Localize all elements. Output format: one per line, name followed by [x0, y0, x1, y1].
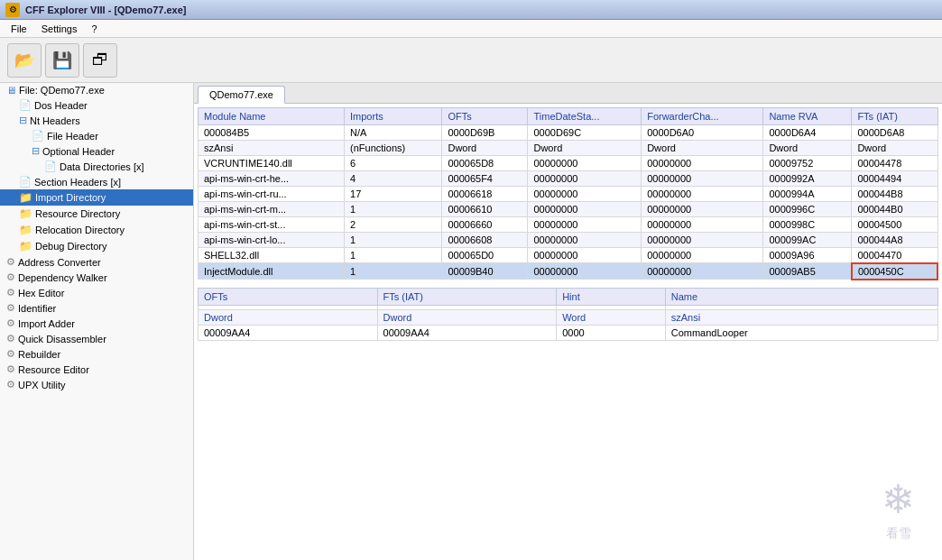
table-row[interactable]: InjectModule.dll100009B40000000000000000… — [199, 263, 938, 280]
sidebar-item-resource-editor[interactable]: ⚙Resource Editor — [0, 362, 193, 377]
sidebar-item-dos-header[interactable]: 📄Dos Header — [0, 97, 193, 113]
table-cell: Dword — [528, 140, 642, 155]
upper-col-imports: Imports — [345, 107, 442, 124]
table-row[interactable]: api-ms-win-crt-m...100006610000000000000… — [199, 201, 938, 216]
table-cell: N/A — [345, 124, 442, 140]
upper-col-module-name: Module Name — [199, 107, 345, 124]
upper-table-header-row: Module NameImportsOFTsTimeDateSta...Forw… — [199, 107, 938, 124]
folder-icon: 📁 — [19, 207, 32, 220]
table-cell: api-ms-win-crt-m... — [199, 201, 345, 216]
table-cell: SHELL32.dll — [199, 247, 345, 263]
sidebar-item-data-directories--x-[interactable]: 📄Data Directories [x] — [0, 159, 193, 174]
folder-icon: 📁 — [19, 191, 32, 204]
menu-item-?[interactable]: ? — [84, 22, 104, 36]
sidebar-item-identifier[interactable]: ⚙Identifier — [0, 300, 193, 316]
toolbar: 📂💾🗗 — [0, 38, 942, 83]
sidebar-item-label: Rebuilder — [18, 349, 60, 360]
table-cell: 000084B5 — [199, 124, 345, 140]
table-cell: 1 — [345, 247, 442, 263]
table-cell: CommandLooper — [665, 325, 937, 340]
sidebar-item-resource-directory[interactable]: 📁Resource Directory — [0, 206, 193, 222]
upper-table-header: Module NameImportsOFTsTimeDateSta...Forw… — [199, 107, 938, 124]
tables-wrapper: Module NameImportsOFTsTimeDateSta...Forw… — [194, 104, 942, 560]
sidebar-item-import-adder[interactable]: ⚙Import Adder — [0, 316, 193, 331]
sidebar-item-address-converter[interactable]: ⚙Address Converter — [0, 254, 193, 270]
window-button[interactable]: 🗗 — [83, 43, 117, 78]
sidebar-item-quick-disassembler[interactable]: ⚙Quick Disassembler — [0, 331, 193, 346]
table-cell: 2 — [345, 216, 442, 232]
tab-qDemo[interactable]: QDemo77.exe — [198, 86, 285, 104]
table-row[interactable]: api-ms-win-crt-lo...10000660800000000000… — [199, 232, 938, 247]
table-cell: Dword — [763, 140, 852, 155]
menu-item-file[interactable]: File — [4, 22, 34, 36]
title-bar-text: CFF Explorer VIII - [QDemo77.exe] — [25, 5, 187, 15]
sidebar-item-relocation-directory[interactable]: 📁Relocation Directory — [0, 222, 193, 238]
sidebar-item-nt-headers[interactable]: ⊟Nt Headers — [0, 113, 193, 128]
upper-col-name-rva: Name RVA — [763, 107, 852, 124]
sidebar-item-hex-editor[interactable]: ⚙Hex Editor — [0, 285, 193, 300]
upper-col-ofts: OFTs — [442, 107, 528, 124]
table-cell: 0000996C — [763, 201, 852, 216]
table-cell: Dword — [642, 140, 763, 155]
table-cell: api-ms-win-crt-st... — [199, 216, 345, 232]
table-cell: 00009AB5 — [763, 263, 852, 280]
sidebar-item-import-directory[interactable]: 📁Import Directory — [0, 189, 193, 206]
table-cell: 000044A8 — [852, 232, 937, 247]
table-cell: 00000000 — [528, 232, 642, 247]
upper-table-body: 000084B5N/A0000D69B0000D69C0000D6A00000D… — [199, 124, 938, 280]
table-row[interactable]: szAnsi(nFunctions)DwordDwordDwordDwordDw… — [199, 140, 938, 155]
tab-bar: QDemo77.exe — [194, 83, 942, 104]
gear-icon: ⚙ — [6, 363, 15, 375]
table-cell: 0000 — [557, 325, 666, 340]
table-cell: 00000000 — [642, 201, 763, 216]
sidebar-item-file--qdemo77-exe[interactable]: 🖥File: QDemo77.exe — [0, 83, 193, 97]
table-cell: api-ms-win-crt-lo... — [199, 232, 345, 247]
table-cell: 00000000 — [642, 155, 763, 170]
sidebar-item-file-header[interactable]: 📄File Header — [0, 128, 193, 143]
table-row[interactable]: 000084B5N/A0000D69B0000D69C0000D6A00000D… — [199, 124, 938, 140]
upper-col-timedatesta---: TimeDateSta... — [528, 107, 642, 124]
sidebar-item-upx-utility[interactable]: ⚙UPX Utility — [0, 377, 193, 392]
table-cell: 00000000 — [642, 263, 763, 280]
table-cell: 00006610 — [442, 201, 528, 216]
table-cell: 000065D8 — [442, 155, 528, 170]
table-cell: 000044B0 — [852, 201, 937, 216]
lower-table-header: OFTsFTs (IAT)HintName — [199, 288, 938, 305]
menu-item-settings[interactable]: Settings — [34, 22, 85, 36]
upper-table-container: Module NameImportsOFTsTimeDateSta...Forw… — [198, 107, 938, 280]
table-cell: 00004494 — [852, 170, 937, 186]
table-cell: 1 — [345, 232, 442, 247]
table-row[interactable]: DwordDwordWordszAnsi — [199, 309, 938, 325]
table-cell: 0000D69B — [442, 124, 528, 140]
open-button[interactable]: 📂 — [7, 43, 42, 78]
table-row[interactable]: api-ms-win-crt-ru...17000066180000000000… — [199, 186, 938, 201]
sidebar-item-label: File: QDemo77.exe — [19, 85, 105, 96]
save-button[interactable]: 💾 — [45, 43, 79, 78]
folder-icon: 📁 — [19, 224, 32, 236]
gear-icon: ⚙ — [6, 302, 15, 314]
table-cell: szAnsi — [199, 140, 345, 155]
lower-table: OFTsFTs (IAT)HintName DwordDwordWordszAn… — [198, 288, 938, 341]
content-area: QDemo77.exe Module NameImportsOFTsTimeDa… — [194, 83, 942, 560]
sidebar-item-label: UPX Utility — [18, 380, 66, 390]
table-cell: 00006608 — [442, 232, 528, 247]
table-row[interactable]: api-ms-win-crt-st...20000666000000000000… — [199, 216, 938, 232]
main-layout: 🖥File: QDemo77.exe📄Dos Header⊟Nt Headers… — [0, 83, 942, 560]
sidebar: 🖥File: QDemo77.exe📄Dos Header⊟Nt Headers… — [0, 83, 194, 560]
sidebar-item-section-headers--x-[interactable]: 📄Section Headers [x] — [0, 174, 193, 189]
sidebar-item-label: Resource Editor — [18, 364, 89, 375]
table-row[interactable]: SHELL32.dll1000065D000000000000000000000… — [199, 247, 938, 263]
sidebar-item-dependency-walker[interactable]: ⚙Dependency Walker — [0, 270, 193, 285]
gear-icon: ⚙ — [6, 287, 15, 298]
table-cell: 0000998C — [763, 216, 852, 232]
table-cell: 0000D69C — [528, 124, 642, 140]
sidebar-item-debug-directory[interactable]: 📁Debug Directory — [0, 238, 193, 254]
table-row[interactable]: 00009AA400009AA40000CommandLooper — [199, 325, 938, 340]
table-row[interactable]: api-ms-win-crt-he...4000065F400000000000… — [199, 170, 938, 186]
sidebar-item-rebuilder[interactable]: ⚙Rebuilder — [0, 346, 193, 362]
table-cell: 1 — [345, 201, 442, 216]
table-cell: 4 — [345, 170, 442, 186]
table-row[interactable]: VCRUNTIME140.dll6000065D8000000000000000… — [199, 155, 938, 170]
sidebar-item-optional-header[interactable]: ⊟Optional Header — [0, 143, 193, 159]
sidebar-item-label: Hex Editor — [18, 288, 64, 298]
